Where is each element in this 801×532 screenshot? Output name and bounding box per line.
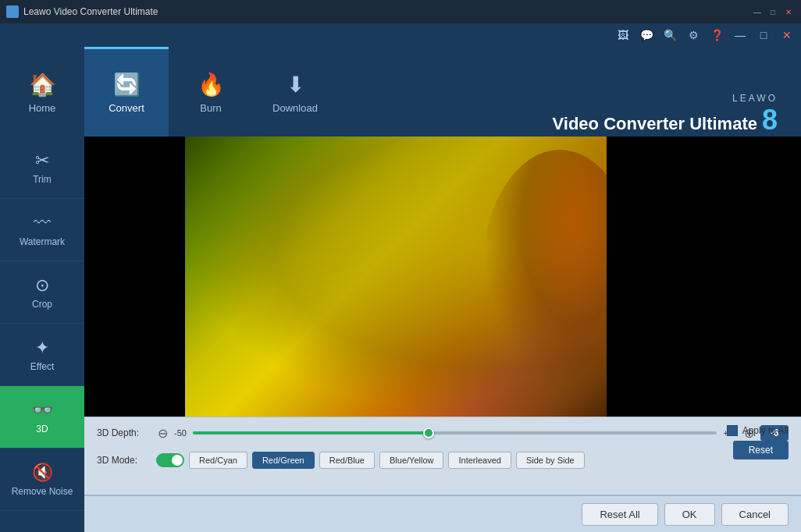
reset-all-button[interactable]: Reset All: [582, 503, 657, 526]
title-text: Leawo Video Converter Ultimate: [23, 6, 751, 17]
crop-icon: ⊙: [35, 275, 49, 296]
sidebar-item-trim[interactable]: ✂ Trim: [0, 137, 84, 199]
close-icon[interactable]: ✕: [779, 27, 795, 43]
sidebar-item-3d[interactable]: 👓 3D: [0, 386, 84, 449]
cancel-button[interactable]: Cancel: [721, 503, 789, 526]
download-icon: ⬇: [287, 72, 304, 98]
sidebar-label-watermark: Watermark: [20, 236, 65, 247]
burn-icon: 🔥: [198, 72, 225, 98]
restore-icon[interactable]: □: [756, 27, 771, 43]
apply-area: Apply to All Reset: [727, 425, 789, 459]
reset-button[interactable]: Reset: [733, 441, 789, 459]
main-layout: ✂ Trim 〰 Watermark ⊙ Crop ✦ Effect 👓 3D …: [0, 137, 801, 532]
effect-icon: ✦: [35, 338, 49, 358]
tab-burn-label: Burn: [200, 102, 221, 114]
screenshot-icon[interactable]: 🖼: [615, 27, 631, 43]
home-icon: 🏠: [29, 72, 56, 98]
brand-area: LEAWO Video Converter Ultimate 8: [337, 93, 801, 137]
sidebar-item-effect[interactable]: ✦ Effect: [0, 324, 84, 386]
sidebar-item-crop[interactable]: ⊙ Crop: [0, 261, 84, 324]
mode-label: 3D Mode:: [97, 455, 151, 466]
close-button[interactable]: ✕: [782, 5, 795, 18]
brand: LEAWO Video Converter Ultimate 8: [553, 93, 778, 137]
tab-download-label: Download: [272, 102, 318, 114]
mode-interleaved[interactable]: Interleaved: [448, 452, 511, 469]
sidebar-label-crop: Crop: [32, 299, 52, 310]
mode-toggle[interactable]: [156, 453, 184, 467]
tab-download[interactable]: ⬇ Download: [253, 47, 337, 137]
brand-product-name: Video Converter Ultimate: [553, 115, 757, 133]
apply-to-all-checkbox[interactable]: [727, 425, 738, 436]
top-icon-bar: 🖼 💬 🔍 ⚙ ❓ — □ ✕: [0, 23, 801, 47]
minimize-icon[interactable]: —: [732, 27, 748, 43]
chat-icon[interactable]: 💬: [639, 27, 654, 43]
brand-leawo: LEAWO: [553, 93, 778, 104]
depth-slider[interactable]: [423, 427, 434, 438]
search-icon[interactable]: 🔍: [662, 27, 678, 43]
minimize-button[interactable]: —: [751, 5, 764, 18]
sidebar-label-trim: Trim: [33, 174, 52, 185]
mode-red-green[interactable]: Red/Green: [252, 452, 315, 469]
ok-button[interactable]: OK: [664, 503, 715, 526]
slider-fill: [193, 431, 429, 434]
depth-slider-container: [193, 425, 717, 441]
3d-icon: 👓: [32, 400, 53, 420]
slider-track: [193, 431, 717, 434]
video-preview: [84, 137, 801, 417]
depth-row: 3D Depth: ⊖ -50 +50 ⊕ -6 Apply to All: [97, 425, 789, 441]
mode-toggle-dot: [172, 455, 183, 466]
video-black-right: [607, 137, 700, 417]
decrease-depth-button[interactable]: ⊖: [158, 426, 168, 441]
depth-label: 3D Depth:: [97, 427, 151, 438]
remove-noise-icon: 🔇: [32, 463, 53, 483]
sidebar-label-3d: 3D: [36, 424, 48, 434]
apply-to-all-label: Apply to All: [742, 425, 789, 436]
nav-tabs: 🏠 Home 🔄 Convert 🔥 Burn ⬇ Download LEAWO…: [0, 47, 801, 137]
sidebar-label-effect: Effect: [30, 361, 54, 372]
tab-convert[interactable]: 🔄 Convert: [84, 47, 169, 137]
sidebar: ✂ Trim 〰 Watermark ⊙ Crop ✦ Effect 👓 3D …: [0, 137, 84, 532]
tab-home-label: Home: [29, 102, 56, 114]
sidebar-label-remove-noise: Remove Noise: [12, 486, 73, 497]
convert-icon: 🔄: [113, 72, 141, 98]
titlebar: Leawo Video Converter Ultimate — □ ✕: [0, 0, 801, 23]
tab-convert-label: Convert: [109, 102, 144, 114]
apply-checkbox-row: Apply to All: [727, 425, 789, 436]
settings-icon[interactable]: ⚙: [685, 27, 701, 43]
window-controls: — □ ✕: [751, 5, 795, 18]
brand-version: 8: [762, 104, 778, 137]
bottom-bar: Reset All OK Cancel: [84, 495, 801, 532]
help-icon[interactable]: ❓: [709, 27, 724, 43]
controls-panel: 3D Depth: ⊖ -50 +50 ⊕ -6 Apply to All: [84, 417, 801, 495]
header: 🖼 💬 🔍 ⚙ ❓ — □ ✕ 🏠 Home 🔄 Convert 🔥 Burn …: [0, 23, 801, 137]
mode-row: 3D Mode: Red/Cyan Red/Green Red/Blue Blu…: [97, 452, 789, 469]
trim-icon: ✂: [35, 151, 49, 171]
watermark-icon: 〰: [34, 213, 51, 233]
video-frame: [185, 137, 700, 417]
depth-min-value: -50: [174, 428, 187, 438]
maximize-button[interactable]: □: [767, 5, 779, 18]
sidebar-item-remove-noise[interactable]: 🔇 Remove Noise: [0, 449, 84, 511]
content-area: 3D Depth: ⊖ -50 +50 ⊕ -6 Apply to All: [84, 137, 801, 532]
mode-red-cyan[interactable]: Red/Cyan: [189, 452, 247, 469]
tab-burn[interactable]: 🔥 Burn: [169, 47, 253, 137]
mode-red-blue[interactable]: Red/Blue: [319, 452, 375, 469]
app-icon: [6, 5, 19, 18]
mode-blue-yellow[interactable]: Blue/Yellow: [379, 452, 443, 469]
tab-home[interactable]: 🏠 Home: [0, 47, 84, 137]
sidebar-item-watermark[interactable]: 〰 Watermark: [0, 199, 84, 261]
mode-side-by-side[interactable]: Side by Side: [516, 452, 585, 469]
